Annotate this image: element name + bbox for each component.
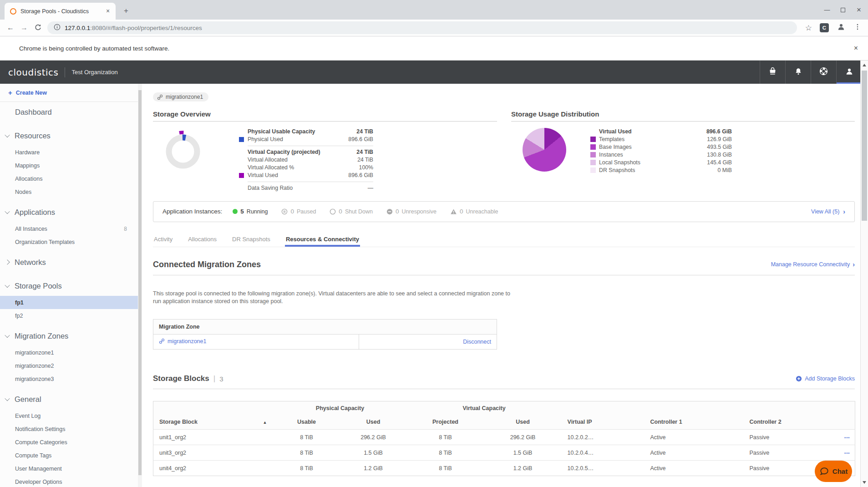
table-row[interactable]: unit3_org2 8 TiB 1.5 GiB 8 TiB 1.5 GiB 1… <box>153 445 855 461</box>
new-tab-button[interactable]: + <box>120 5 132 17</box>
legend-value: 145.4 GiB <box>707 159 732 166</box>
legend-label: Templates <box>599 136 624 142</box>
migrationzone1-link[interactable]: migrationzone1 <box>159 338 206 345</box>
bookmark-star-icon[interactable]: ☆ <box>805 23 812 33</box>
sort-ascending-icon[interactable]: ▲ <box>263 420 267 425</box>
connected-migration-zones-heading: Connected Migration Zones <box>153 260 261 269</box>
sidebar-group-networks[interactable]: Networks <box>0 252 138 272</box>
stat-value: 24 TiB <box>356 149 373 155</box>
info-icon[interactable] <box>54 24 61 32</box>
legend-value: 130.8 GiB <box>707 152 732 158</box>
table-row[interactable]: unit1_org2 8 TiB 296.2 GiB 8 TiB 296.2 G… <box>153 430 855 445</box>
heading-separator: | <box>213 374 215 383</box>
sidebar-group-general[interactable]: General <box>0 389 138 409</box>
browser-tab-strip: Storage Pools - Cloudistics × + — × <box>0 0 868 20</box>
forward-icon[interactable]: → <box>17 24 31 32</box>
stat-value: 896.6 GiB <box>348 136 373 142</box>
legend-value: 493.5 GiB <box>707 144 732 150</box>
browser-tab[interactable]: Storage Pools - Cloudistics × <box>5 3 116 20</box>
sidebar-item-dashboard[interactable]: Dashboard <box>0 102 138 122</box>
scroll-down-icon[interactable] <box>863 481 866 484</box>
window-close-button[interactable]: × <box>855 5 863 15</box>
status-unresponsive: 0Unresponsive <box>386 208 437 215</box>
cell-controller-2: Passive <box>744 445 840 461</box>
account-button[interactable] <box>836 61 862 84</box>
reload-icon[interactable] <box>31 23 45 32</box>
row-actions-icon[interactable]: ••• <box>844 451 850 456</box>
sidebar-item-mappings[interactable]: Mappings <box>0 159 138 172</box>
sidebar-item-migrationzone1[interactable]: migrationzone1 <box>0 346 138 359</box>
cloudistics-logo[interactable]: cloudistics <box>8 67 58 78</box>
tab-resources-connectivity[interactable]: Resources & Connectivity <box>285 236 360 247</box>
address-bar[interactable]: 127.0.0.1:8080/#/flash-pool/properties/1… <box>47 21 797 34</box>
sidebar-item-notification-settings[interactable]: Notification Settings <box>0 422 138 436</box>
scroll-up-icon[interactable] <box>863 64 866 66</box>
usage-legend: Virtual Used896.6 GiB Templates126.9 GiB… <box>590 128 732 174</box>
chevron-down-icon <box>5 396 10 401</box>
chevron-down-icon <box>5 333 10 338</box>
sidebar-item-developer-options[interactable]: Developer Options <box>0 475 138 487</box>
marketplace-button[interactable] <box>760 61 785 84</box>
manage-resource-connectivity-link[interactable]: Manage Resource Connectivity › <box>771 261 855 268</box>
sidebar-item-allocations[interactable]: Allocations <box>0 172 138 185</box>
page-scrollbar[interactable] <box>860 61 868 487</box>
sidebar-group-applications[interactable]: Applications <box>0 202 138 222</box>
legend-label: Virtual Used <box>599 128 632 135</box>
sidebar-item-fp2[interactable]: fp2 <box>0 309 138 322</box>
sidebar-group-storage-pools[interactable]: Storage Pools <box>0 276 138 296</box>
add-storage-blocks-button[interactable]: Add Storage Blocks <box>796 375 855 382</box>
migration-zone-table: Migration Zone migrationzone1 Disconnect <box>153 319 497 350</box>
view-all-link[interactable]: View All (5) › <box>811 208 845 215</box>
tab-dr-snapshots[interactable]: DR Snapshots <box>231 236 271 247</box>
extension-badge[interactable]: C <box>820 23 829 32</box>
sidebar-scrollbar[interactable] <box>138 84 142 487</box>
profile-avatar-icon[interactable] <box>837 22 846 33</box>
sidebar-group-migration-zones[interactable]: Migration Zones <box>0 326 138 346</box>
support-button[interactable] <box>811 61 836 84</box>
migration-zone-row[interactable]: migrationzone1 Disconnect <box>153 334 497 350</box>
sidebar-item-event-log[interactable]: Event Log <box>0 409 138 422</box>
bell-icon <box>794 67 803 78</box>
sidebar-item-compute-categories[interactable]: Compute Categories <box>0 436 138 449</box>
tab-allocations[interactable]: Allocations <box>187 236 218 247</box>
scrollbar-thumb[interactable] <box>862 71 867 221</box>
column-header-storage-block[interactable]: Storage Block ▲ <box>153 401 274 430</box>
chat-button[interactable]: Chat <box>815 461 852 482</box>
notifications-button[interactable] <box>785 61 811 84</box>
usage-pie <box>523 128 566 172</box>
sidebar-group-resources[interactable]: Resources <box>0 126 138 146</box>
legend-label: DR Snapshots <box>599 167 635 173</box>
tab-activity[interactable]: Activity <box>153 236 173 247</box>
row-actions-icon[interactable]: ••• <box>844 436 850 440</box>
sidebar-item-hardware[interactable]: Hardware <box>0 146 138 159</box>
window-minimize-button[interactable]: — <box>823 6 831 13</box>
sidebar-item-fp1[interactable]: fp1 <box>0 296 138 309</box>
sidebar-item-migrationzone3[interactable]: migrationzone3 <box>0 372 138 386</box>
banner-close-icon[interactable]: × <box>854 44 858 52</box>
sidebar-item-nodes[interactable]: Nodes <box>0 185 138 198</box>
create-new-button[interactable]: + Create New <box>0 84 138 102</box>
sidebar-item-user-management[interactable]: User Management <box>0 462 138 475</box>
running-dot-icon <box>233 209 238 214</box>
tab-close-icon[interactable]: × <box>104 7 112 15</box>
stat-label: Data Saving Ratio <box>248 185 293 191</box>
disconnect-link[interactable]: Disconnect <box>463 339 491 345</box>
sidebar-item-compute-tags[interactable]: Compute Tags <box>0 449 138 462</box>
app-instances-label: Application Instances: <box>162 208 222 215</box>
migration-zone-chip[interactable]: migrationzone1 <box>153 92 208 101</box>
instances-swatch <box>590 152 596 157</box>
legend-value: 126.9 GiB <box>707 136 732 142</box>
browser-menu-icon[interactable] <box>853 23 862 33</box>
sidebar: + Create New Dashboard Resources Hardwar… <box>0 84 138 487</box>
cell-virtual-used: 1.5 GiB <box>484 445 562 461</box>
back-icon[interactable]: ← <box>4 24 17 32</box>
local-snapshots-swatch <box>590 160 596 165</box>
sidebar-item-all-instances[interactable]: All Instances 8 <box>0 222 138 235</box>
window-maximize-button[interactable] <box>841 8 845 12</box>
sidebar-item-organization-templates[interactable]: Organization Templates <box>0 235 138 249</box>
sidebar-item-migrationzone2[interactable]: migrationzone2 <box>0 359 138 372</box>
cell-virtual-used: 296.2 GiB <box>484 430 562 445</box>
stat-label: Physical Usable Capacity <box>248 128 315 135</box>
plus-icon: + <box>8 89 12 96</box>
table-row[interactable]: unit4_org2 8 TiB 1.2 GiB 8 TiB 1.2 GiB 1… <box>153 461 855 476</box>
